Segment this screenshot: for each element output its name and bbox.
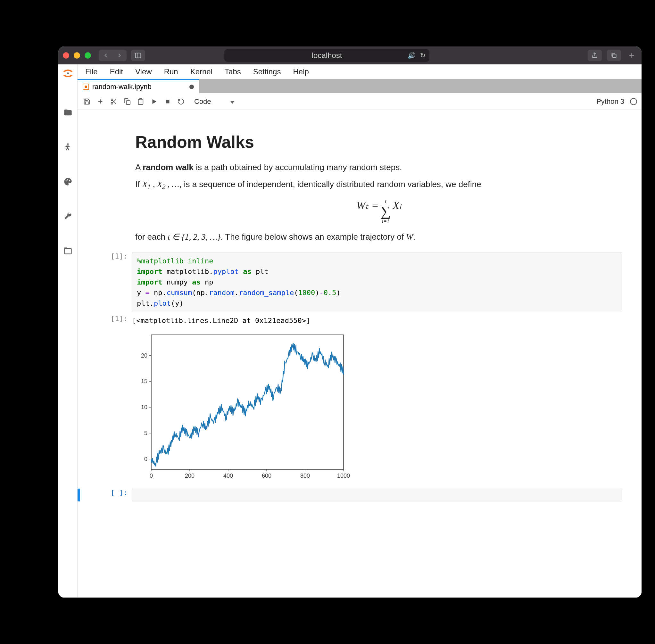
input-prompt: [1]: — [77, 252, 132, 260]
share-button[interactable] — [588, 50, 602, 61]
back-button[interactable] — [99, 50, 113, 61]
empty-prompt: [ ]: — [83, 489, 132, 501]
svg-text:600: 600 — [262, 473, 271, 479]
svg-point-6 — [65, 180, 67, 182]
svg-point-7 — [67, 179, 68, 180]
markdown-cell[interactable]: Random Walks A random walk is a path obt… — [77, 123, 641, 251]
url-text: localhost — [312, 51, 342, 60]
sidebar-toggle-button[interactable] — [131, 50, 145, 61]
restart-button[interactable] — [176, 97, 186, 106]
output-prompt: [1]: — [77, 315, 132, 323]
svg-rect-9 — [64, 249, 71, 254]
menu-view[interactable]: View — [130, 65, 157, 78]
svg-point-10 — [111, 99, 113, 100]
menu-bar: File Edit View Run Kernel Tabs Settings … — [77, 64, 641, 79]
address-bar[interactable]: localhost 🔊 ↻ — [224, 49, 429, 62]
menu-tabs[interactable]: Tabs — [220, 65, 246, 78]
kernel-status-icon[interactable] — [630, 98, 637, 105]
svg-line-14 — [112, 100, 114, 101]
svg-marker-17 — [153, 99, 157, 104]
active-cell-indicator — [77, 489, 80, 501]
palette-icon[interactable] — [62, 171, 74, 192]
tabs-rail-icon[interactable] — [62, 240, 74, 262]
cell-type-select[interactable]: Code — [194, 97, 234, 106]
menu-run[interactable]: Run — [159, 65, 183, 78]
output-cell-1: [1]: [<matplotlib.lines.Line2D at 0x121e… — [77, 313, 641, 328]
svg-text:200: 200 — [185, 473, 195, 479]
svg-text:20: 20 — [141, 352, 148, 359]
notebook-icon — [83, 84, 89, 90]
browser-window: localhost 🔊 ↻ + File Edit — [58, 46, 641, 598]
reload-icon[interactable]: ↻ — [420, 52, 426, 59]
menu-help[interactable]: Help — [288, 65, 314, 78]
svg-text:400: 400 — [223, 473, 233, 479]
paragraph-2: If X1 , X2 , …, is a sequence of indepen… — [135, 178, 622, 192]
svg-rect-19 — [151, 335, 343, 469]
output-plot-row: 05101520 02004006008001000 — [77, 328, 641, 487]
run-button[interactable] — [149, 97, 159, 106]
svg-rect-3 — [613, 54, 616, 58]
paste-button[interactable] — [136, 97, 145, 106]
svg-text:0: 0 — [150, 473, 153, 479]
svg-rect-0 — [136, 53, 141, 58]
menu-kernel[interactable]: Kernel — [185, 65, 218, 78]
svg-rect-16 — [139, 98, 142, 100]
new-tab-button[interactable]: + — [626, 50, 637, 61]
output-text: [<matplotlib.lines.Line2D at 0x121ead550… — [132, 315, 622, 326]
notebook-tab[interactable]: random-walk.ipynb — [77, 79, 199, 93]
document-tabs: random-walk.ipynb — [77, 79, 641, 93]
notebook-area[interactable]: Random Walks A random walk is a path obt… — [77, 110, 641, 598]
empty-code-cell[interactable]: [ ]: — [77, 487, 641, 503]
svg-text:5: 5 — [144, 430, 148, 436]
svg-rect-15 — [126, 100, 130, 105]
copy-button[interactable] — [122, 97, 132, 106]
stop-button[interactable] — [163, 97, 173, 106]
svg-point-5 — [67, 143, 69, 145]
svg-text:10: 10 — [141, 404, 148, 410]
svg-point-8 — [69, 180, 70, 181]
cell-type-label: Code — [194, 97, 211, 106]
folder-icon[interactable] — [62, 101, 74, 123]
fullscreen-window-button[interactable] — [85, 52, 91, 59]
tab-filename: random-walk.ipynb — [92, 83, 152, 91]
empty-code-input[interactable] — [132, 489, 622, 501]
svg-point-4 — [67, 72, 69, 74]
menu-settings[interactable]: Settings — [248, 65, 286, 78]
running-icon[interactable] — [62, 136, 74, 158]
wrench-icon[interactable] — [62, 205, 74, 227]
plot-output: 05101520 02004006008001000 — [132, 329, 622, 486]
menu-edit[interactable]: Edit — [105, 65, 128, 78]
code-cell-1[interactable]: [1]: %matplotlib inline import matplotli… — [77, 251, 641, 313]
jupyter-left-rail — [58, 64, 77, 598]
equation: Wₜ = t∑i=1 Xᵢ — [135, 199, 622, 224]
cut-button[interactable] — [109, 97, 118, 106]
add-cell-button[interactable]: + — [95, 97, 105, 106]
unsaved-indicator — [189, 85, 194, 89]
minimize-window-button[interactable] — [74, 52, 80, 59]
svg-text:15: 15 — [141, 378, 148, 385]
titlebar: localhost 🔊 ↻ + — [58, 46, 641, 64]
heading-1: Random Walks — [135, 132, 622, 152]
tabs-button[interactable] — [607, 50, 621, 61]
audio-icon[interactable]: 🔊 — [408, 52, 415, 59]
code-input[interactable]: %matplotlib inline import matplotlib.pyp… — [132, 252, 622, 312]
svg-point-11 — [111, 102, 113, 104]
svg-rect-18 — [166, 100, 170, 103]
close-window-button[interactable] — [63, 52, 69, 59]
menu-file[interactable]: File — [80, 65, 103, 78]
forward-button[interactable] — [112, 50, 127, 61]
line-chart: 05101520 02004006008001000 — [132, 331, 350, 482]
svg-text:1000: 1000 — [337, 473, 350, 479]
svg-text:0: 0 — [144, 456, 148, 462]
save-button[interactable] — [82, 97, 92, 106]
kernel-name[interactable]: Python 3 — [596, 97, 624, 106]
window-controls — [63, 52, 91, 59]
svg-line-13 — [114, 102, 116, 104]
jupyter-logo[interactable] — [62, 67, 74, 80]
paragraph-3: for each t ∈ {1, 2, 3, …}. The figure be… — [135, 231, 622, 243]
chevron-down-icon — [230, 97, 234, 106]
paragraph-1: A random walk is a path obtained by accu… — [135, 161, 622, 174]
svg-text:800: 800 — [300, 473, 310, 479]
notebook-toolbar: + Code Python 3 — [77, 93, 641, 110]
